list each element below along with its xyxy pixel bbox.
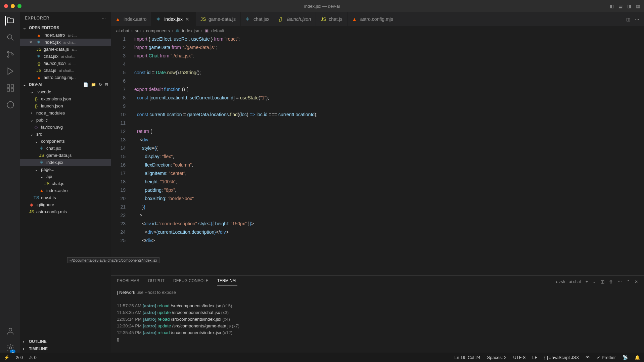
file-item[interactable]: ⚛chat.jsx [20,145,111,152]
file-item[interactable]: {}extensions.json [20,95,111,102]
search-icon[interactable] [5,33,15,42]
editor-tab[interactable]: ⚛index.jsx✕ [151,12,195,26]
open-editor-item[interactable]: ✕▲index.astroai-c... [20,32,111,39]
ts-icon: TS [34,195,39,200]
chevron-down-icon[interactable]: ⌄ [593,279,596,284]
split-terminal-icon[interactable]: ◫ [601,279,604,284]
breadcrumb-item[interactable]: components [146,28,170,33]
js-icon: JS [39,153,44,158]
breadcrumb-item[interactable]: src [135,28,140,33]
cursor-position[interactable]: Ln 19, Col 24 [454,355,480,360]
sidebar: EXPLORER ⋯ ⌄ OPEN EDITORS ✕▲index.astroa… [20,12,111,353]
close-icon[interactable]: ✕ [185,16,191,22]
item-name: components [41,139,65,144]
panel-right-icon[interactable]: ◨ [627,4,631,9]
warnings-count[interactable]: ⚠ 0 [29,355,37,360]
new-folder-icon[interactable]: 📁 [91,82,96,87]
eye-icon[interactable]: 👁 [586,355,590,360]
file-item[interactable]: ⚛index.jsx [20,159,111,166]
settings-icon[interactable]: 1 [5,343,15,353]
folder-item[interactable]: ⌄public [20,117,111,124]
close-icon[interactable]: ✕ [29,40,34,45]
project-header[interactable]: ⌄ DEV-AI 📄 📁 ↻ ⊟ [20,81,111,88]
breadcrumb-item[interactable]: ai-chat [116,28,129,33]
encoding[interactable]: UTF-8 [513,355,525,360]
close-panel-icon[interactable]: ✕ [635,279,638,284]
open-editor-item[interactable]: ✕⚛index.jsxai-cha... [20,39,111,46]
editor-tab[interactable]: JSgame-data.js [196,12,241,26]
new-terminal-icon[interactable]: + [586,279,588,284]
folder-item[interactable]: ⌄.vscode [20,88,111,95]
open-editor-item[interactable]: ✕JSchat.jsai-chat/... [20,67,111,74]
layout-icon[interactable]: ▦ [636,4,640,9]
maximize-window[interactable] [17,4,21,8]
explorer-icon[interactable] [5,16,14,26]
folder-item[interactable]: ›node_modules [20,109,111,117]
remote-icon[interactable]: ⚡ [4,355,9,360]
panel-left-icon[interactable]: ◧ [610,4,614,9]
editor-tab[interactable]: {}launch.json [274,12,316,26]
errors-count[interactable]: ⊘ 0 [15,355,23,360]
file-item[interactable]: TSenv.d.ts [20,194,111,201]
kill-terminal-icon[interactable]: 🗑 [609,279,613,284]
eol[interactable]: LF [532,355,537,360]
folder-item[interactable]: ⌄components [20,138,111,145]
extensions-icon[interactable] [5,83,15,93]
panel-tab[interactable]: TERMINAL [217,278,238,285]
panel-tab[interactable]: DEBUG CONSOLE [173,278,209,285]
more-icon[interactable]: ⋯ [618,279,622,284]
file-item[interactable]: JSastro.config.mis [20,208,111,215]
language-mode[interactable]: { } JavaScript JSX [544,355,579,360]
minimize-window[interactable] [11,4,15,8]
project-label: DEV-AI [29,82,42,87]
open-editor-item[interactable]: ✕JSgame-data.jsa... [20,46,111,53]
editor-tab[interactable]: JSchat.js [316,12,347,26]
editor[interactable]: 1234567891011121314151617181920212223242… [111,35,644,275]
breadcrumbs[interactable]: ai-chat›src›components›⚛index.jsx›▣defau… [111,26,644,35]
file-item[interactable]: {}launch.json [20,102,111,109]
panel-tab[interactable]: OUTPUT [148,278,165,285]
terminal-selector[interactable]: ▸ zsh - ai-chat [556,279,581,284]
split-icon[interactable]: ◫ [626,17,630,22]
breadcrumb-item[interactable]: index.jsx [182,28,199,33]
indent-setting[interactable]: Spaces: 2 [487,355,507,360]
file-item[interactable]: ◇favicon.svg [20,124,111,131]
bell-icon[interactable]: 🔔 [635,355,640,360]
timeline-header[interactable]: › TIMELINE [20,345,111,353]
outline-header[interactable]: › OUTLINE [20,338,111,345]
editor-tab[interactable]: ⚛chat.jsx [241,12,274,26]
file-icon: {} [279,16,284,22]
editor-tab[interactable]: ▲astro.config.mjs [348,12,398,26]
more-icon[interactable]: ⋯ [102,16,106,20]
file-item[interactable]: JSgame-data.js [20,152,111,159]
maximize-icon[interactable]: ⌃ [627,279,630,284]
edge-icon[interactable] [5,100,15,109]
file-item[interactable]: ◆.gitignore [20,201,111,208]
folder-item[interactable]: ⌄api [20,173,111,180]
panel-tab[interactable]: PROBLEMS [117,278,139,285]
terminal-output[interactable]: | Network use --host to expose11:57:25 A… [111,288,644,353]
item-name: chat.js [52,181,64,186]
open-editor-item[interactable]: ✕▲astro.config.mj... [20,74,111,81]
more-icon[interactable]: ⋯ [635,17,639,22]
feedback-icon[interactable]: 📡 [623,355,628,360]
debug-icon[interactable] [5,66,15,76]
editor-tab[interactable]: ▲index.astro [111,12,151,26]
source-control-icon[interactable] [5,50,15,59]
open-editors-header[interactable]: ⌄ OPEN EDITORS [20,24,111,32]
folder-item[interactable]: ⌄page... [20,166,111,173]
panel-bottom-icon[interactable]: ⬓ [618,4,623,9]
file-item[interactable]: ▲index.astro [20,187,111,194]
open-editor-item[interactable]: ✕{}launch.jsonai-... [20,60,111,67]
prettier-status[interactable]: ✓ Prettier [597,355,616,360]
breadcrumb-item[interactable]: default [211,28,224,33]
refresh-icon[interactable]: ↻ [99,82,102,87]
collapse-icon[interactable]: ⊟ [105,82,108,87]
open-editor-item[interactable]: ✕⚛chat.jsxai-chat... [20,53,111,60]
account-icon[interactable] [5,326,15,336]
new-file-icon[interactable]: 📄 [83,82,88,87]
close-window[interactable] [4,4,8,8]
folder-item[interactable]: ⌄src [20,131,111,138]
code-area[interactable]: import { useEffect, useRef, useState } f… [131,35,644,275]
file-item[interactable]: JSchat.js [20,180,111,187]
